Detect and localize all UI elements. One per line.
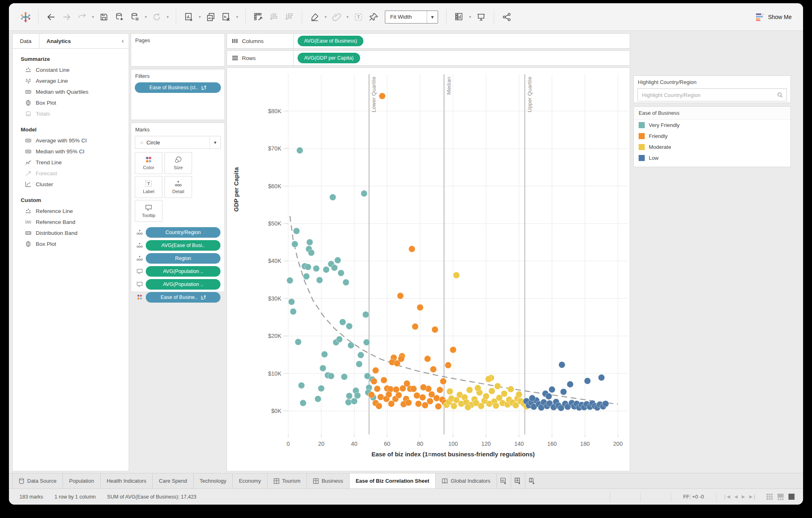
tab-tourism[interactable]: Tourism — [268, 473, 307, 488]
mark-circle[interactable] — [358, 352, 364, 358]
mark-circle[interactable] — [381, 377, 387, 383]
mark-circle[interactable] — [379, 93, 385, 99]
fit-selector[interactable]: Fit Width ▼ — [385, 11, 438, 24]
presentation-mode-button[interactable] — [474, 10, 488, 24]
show-hide-cards-caret[interactable]: ▾ — [468, 15, 473, 19]
mark-circle[interactable] — [559, 361, 565, 368]
mark-circle[interactable] — [368, 391, 375, 398]
fix-axes-button[interactable] — [367, 10, 381, 24]
sort-descending-button[interactable] — [282, 10, 296, 24]
legend-item-friendly[interactable]: Friendly — [634, 131, 790, 142]
duplicate-sheet-button[interactable] — [204, 10, 218, 24]
detail-button[interactable]: Detail — [164, 176, 192, 198]
tab-analytics[interactable]: Analytics — [39, 34, 78, 48]
mark-circle[interactable] — [412, 323, 419, 330]
group-members-button[interactable] — [330, 10, 343, 24]
mark-circle[interactable] — [292, 241, 298, 247]
mark-circle[interactable] — [529, 395, 536, 402]
mark-circle[interactable] — [475, 385, 481, 391]
highlight-button[interactable] — [308, 10, 322, 24]
mark-circle[interactable] — [348, 342, 354, 348]
legend-item-moderate[interactable]: Moderate — [634, 142, 790, 153]
mark-circle[interactable] — [290, 308, 296, 315]
analytics-item-average-ci[interactable]: Average with 95% CI — [13, 135, 129, 146]
mark-circle[interactable] — [293, 228, 300, 234]
mark-circle[interactable] — [584, 378, 591, 384]
tab-health-indicators[interactable]: Health Indicators — [101, 473, 153, 488]
mark-circle[interactable] — [451, 403, 457, 409]
mark-circle[interactable] — [485, 376, 492, 383]
share-button[interactable] — [500, 10, 514, 24]
mark-circle[interactable] — [466, 387, 473, 393]
mark-circle[interactable] — [603, 400, 609, 407]
analytics-item-median-quartiles[interactable]: Median with Quartiles — [13, 86, 129, 97]
tab-care-spend[interactable]: Care Spend — [153, 473, 193, 488]
last-page-icon[interactable]: ▶❘ — [749, 494, 756, 499]
pill-ease-of-business-color[interactable]: Ease of Busine.. — [146, 292, 220, 303]
rows-pill-avg-gdp-per-capita[interactable]: AVG(GDP per Capita) — [298, 53, 360, 63]
mark-circle[interactable] — [295, 339, 301, 345]
tooltip-button[interactable]: Tooltip — [135, 200, 162, 222]
mark-circle[interactable] — [388, 400, 395, 407]
mark-circle[interactable] — [298, 382, 305, 389]
run-update-caret[interactable]: ▾ — [165, 15, 170, 19]
tab-ease-of-biz-correlation-sheet[interactable]: Ease of Biz Correlation Sheet — [350, 473, 436, 488]
back-button[interactable] — [44, 10, 58, 24]
mark-type-caret[interactable]: ▼ — [209, 136, 220, 148]
tab-data[interactable]: Data — [13, 34, 39, 48]
tab-global-indicators[interactable]: Global Indicators — [436, 473, 497, 488]
mark-circle[interactable] — [288, 299, 295, 305]
analytics-item-average-line[interactable]: Average Line — [13, 75, 129, 86]
mark-circle[interactable] — [346, 323, 352, 329]
mark-circle[interactable] — [363, 339, 370, 346]
collapse-pane-icon[interactable]: ‹ — [117, 34, 129, 48]
mark-circle[interactable] — [320, 365, 326, 372]
save-button[interactable] — [97, 10, 111, 24]
mark-circle[interactable] — [356, 361, 363, 368]
mark-circle[interactable] — [328, 373, 335, 379]
fit-selector-caret[interactable]: ▼ — [427, 11, 438, 23]
mark-circle[interactable] — [330, 194, 336, 200]
mark-circle[interactable] — [305, 264, 311, 270]
mark-circle[interactable] — [339, 319, 346, 325]
analytics-item-trend-line[interactable]: Trend Line — [13, 157, 129, 168]
first-page-icon[interactable]: ❘◀ — [723, 494, 730, 499]
mark-circle[interactable] — [335, 257, 341, 264]
mark-circle[interactable] — [374, 386, 380, 392]
mark-circle[interactable] — [361, 190, 367, 197]
group-members-caret[interactable]: ▾ — [345, 15, 350, 19]
mark-circle[interactable] — [433, 395, 440, 402]
new-worksheet-button[interactable] — [182, 10, 196, 24]
single-view-icon[interactable] — [788, 493, 795, 500]
mark-circle[interactable] — [419, 394, 426, 401]
previous-page-icon[interactable]: ◀ — [734, 494, 737, 499]
mark-circle[interactable] — [424, 356, 431, 362]
new-worksheet-caret[interactable]: ▾ — [197, 15, 202, 19]
analytics-item-custom-box-plot[interactable]: Box Plot — [13, 239, 129, 249]
columns-shelf[interactable]: Columns AVG(Ease of Business) — [227, 33, 630, 49]
analytics-item-median-ci[interactable]: Median with 95% CI — [13, 146, 129, 157]
mark-circle[interactable] — [331, 264, 338, 271]
mark-circle[interactable] — [372, 367, 379, 374]
mark-circle[interactable] — [440, 378, 447, 385]
mark-circle[interactable] — [377, 394, 384, 400]
rows-shelf[interactable]: Rows AVG(GDP per Capita) — [227, 50, 630, 66]
mark-circle[interactable] — [296, 147, 303, 154]
mark-circle[interactable] — [546, 393, 552, 400]
mark-circle[interactable] — [303, 273, 310, 279]
mark-circle[interactable] — [398, 356, 404, 362]
mark-circle[interactable] — [437, 387, 443, 393]
pages-shelf[interactable]: Pages — [131, 33, 225, 67]
pill-country-region[interactable]: Country/Region — [146, 227, 220, 238]
mark-circle[interactable] — [313, 265, 320, 272]
size-button[interactable]: Size — [164, 152, 192, 174]
mark-circle[interactable] — [371, 378, 377, 385]
mark-circle[interactable] — [300, 400, 307, 406]
swap-rows-columns-button[interactable] — [251, 10, 265, 24]
mark-circle[interactable] — [397, 292, 404, 299]
columns-pill-avg-ease-of-business[interactable]: AVG(Ease of Business) — [298, 36, 363, 46]
mark-circle[interactable] — [415, 400, 422, 407]
redo-icon[interactable] — [75, 10, 89, 24]
mark-circle[interactable] — [501, 391, 508, 397]
show-me-button[interactable]: Show Me — [756, 10, 792, 24]
